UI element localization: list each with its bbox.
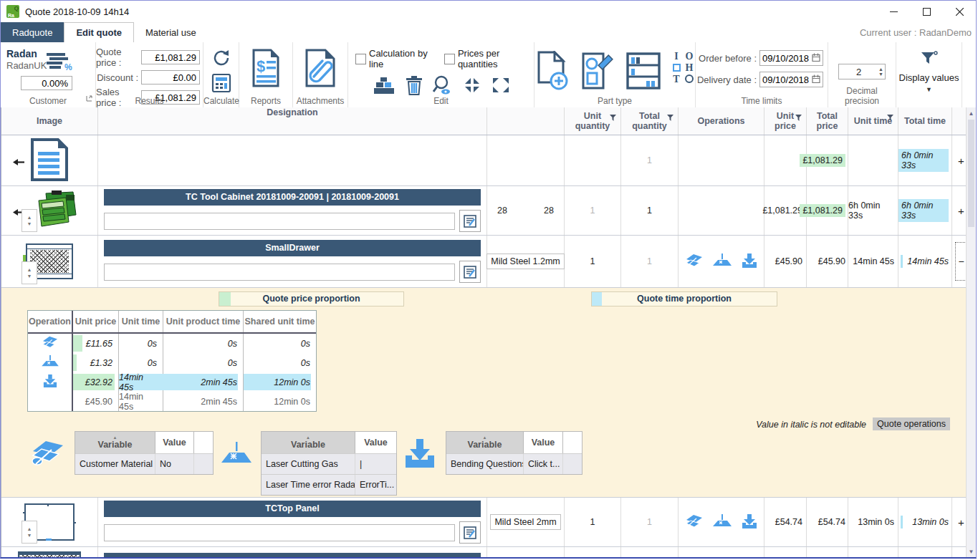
laser-cutting-icon[interactable] xyxy=(712,253,732,271)
bending-unload-icon xyxy=(404,438,436,471)
bending-unload-icon[interactable] xyxy=(741,513,758,531)
scroll-down-icon[interactable]: ▼ xyxy=(967,546,976,557)
group-attachments: Attachments xyxy=(293,42,348,107)
build-assembly-icon[interactable] xyxy=(373,76,395,97)
total-time-value: 6h 0min 33s xyxy=(898,199,949,222)
ops-row-laser[interactable]: £1.32 0s 0s 0s xyxy=(28,353,316,372)
table-row-tctop-panel[interactable]: ▲▼ TCTop Panel Mild Steel 2mm 1 1 £54.74 xyxy=(1,498,970,547)
spin-down-icon[interactable]: ▼ xyxy=(878,72,883,77)
display-values-button[interactable]: Display values ▼ xyxy=(896,42,962,107)
tab-radquote[interactable]: Radquote xyxy=(1,22,64,42)
customer-dialog-launcher-icon[interactable] xyxy=(86,92,92,105)
table-row-tctool-hang-panel[interactable]: TCTool Hang Panel xyxy=(1,547,970,557)
designation-comment-input[interactable] xyxy=(104,213,455,230)
variable-row[interactable]: Laser Cutting Gas | xyxy=(262,453,396,474)
reports-icon[interactable]: $ xyxy=(249,48,282,91)
filter-icon[interactable] xyxy=(887,114,894,124)
ops-row-bending[interactable]: £32.92 14min 45s 2min 45s 12min 0s xyxy=(28,372,316,392)
expand-row-button[interactable]: + xyxy=(958,516,964,528)
collapse-all-icon[interactable] xyxy=(463,77,481,97)
filter-icon[interactable] xyxy=(795,114,802,124)
material-icon[interactable] xyxy=(685,253,704,271)
tctool-hang-thumbnail xyxy=(18,551,81,557)
calculation-by-line-checkbox[interactable] xyxy=(355,54,366,64)
close-button[interactable] xyxy=(943,1,976,22)
material-icon[interactable] xyxy=(685,513,704,531)
filter-icon xyxy=(920,51,939,68)
edit-part-icon[interactable] xyxy=(579,51,616,94)
minimize-button[interactable] xyxy=(877,1,910,22)
delivery-date-input[interactable] xyxy=(762,74,810,85)
window-title: Quote 2018-10-09 14h14 xyxy=(25,6,129,17)
tab-material-use[interactable]: Material use xyxy=(134,22,208,42)
tab-edit-quote[interactable]: Edit quote xyxy=(64,22,134,42)
table-row-quote[interactable]: 1 £1,081.29 6h 0min 33s + xyxy=(1,135,970,186)
calendar-icon[interactable] xyxy=(812,73,820,86)
expand-row-button[interactable]: + xyxy=(958,155,964,167)
scroll-up-icon[interactable]: ▲ xyxy=(967,107,976,119)
customer-group-label: Customer xyxy=(1,96,95,106)
quote-price-input[interactable] xyxy=(141,50,200,64)
header-total-price[interactable]: Total price xyxy=(807,107,848,135)
note-edit-button[interactable] xyxy=(459,261,481,283)
header-unit-time[interactable]: Unit time xyxy=(848,107,898,135)
new-part-icon[interactable] xyxy=(534,51,570,94)
row-order-spinner[interactable]: ▲▼ xyxy=(21,209,37,232)
laser-cutting-icon[interactable] xyxy=(712,513,732,531)
variable-row[interactable]: Laser Time error Radan ErrorTi... xyxy=(262,474,396,495)
table-row-small-drawer[interactable]: ▲▼ SmallDrawer Mild Steel 1.2mm 1 1 £45.… xyxy=(1,236,970,288)
row-order-spinner[interactable]: ▲▼ xyxy=(21,261,37,284)
profiles-icon[interactable]: IO H T xyxy=(671,51,695,85)
cabinet-icon[interactable] xyxy=(625,51,662,94)
current-user-label: Current user : RadanDemo xyxy=(860,27,972,38)
app-icon: QRa xyxy=(6,5,19,18)
unit-price-value: £1,081.29 xyxy=(762,206,802,216)
calendar-icon[interactable] xyxy=(812,52,820,64)
spin-up-icon[interactable]: ▲ xyxy=(878,67,883,72)
header-unit-quantity[interactable]: Unit quantity xyxy=(565,107,621,135)
scrollbar-thumb[interactable] xyxy=(968,120,974,227)
designation-comment-input[interactable] xyxy=(104,524,455,541)
attachments-icon[interactable] xyxy=(302,48,338,91)
variable-row[interactable]: Bending Questions Click t... xyxy=(446,453,582,474)
expand-all-icon[interactable] xyxy=(492,77,510,97)
preview-zoom-icon[interactable] xyxy=(433,75,453,98)
prices-per-quantities-checkbox[interactable] xyxy=(444,54,455,64)
group-customer: Radan RadanUK % Customer xyxy=(1,42,96,107)
bending-unload-icon[interactable] xyxy=(741,253,758,271)
order-before-input[interactable] xyxy=(762,53,810,64)
filter-icon[interactable] xyxy=(610,114,617,124)
svg-text:$: $ xyxy=(257,57,265,75)
group-time-limits: Order before : Delivery date : Time limi… xyxy=(696,42,828,107)
note-edit-button[interactable] xyxy=(459,210,481,232)
material-value[interactable]: Mild Steel 1.2mm xyxy=(486,254,565,269)
header-image[interactable]: Image xyxy=(1,107,98,135)
material-value[interactable]: Mild Steel 2mm xyxy=(490,514,560,530)
unit-price-value: £54.74 xyxy=(775,517,802,527)
discount-bars-icon: % xyxy=(45,51,74,75)
expand-row-button[interactable]: + xyxy=(958,205,964,217)
variable-row[interactable]: Customer Material No xyxy=(75,453,213,474)
header-unit-price[interactable]: Unit price xyxy=(764,107,807,135)
calculator-icon[interactable] xyxy=(211,74,232,95)
maximize-button[interactable] xyxy=(910,1,943,22)
header-total-time[interactable]: Total time xyxy=(898,107,952,135)
delete-icon[interactable] xyxy=(406,76,423,98)
designation-comment-input[interactable] xyxy=(104,264,455,281)
header-operations[interactable]: Operations xyxy=(679,107,764,135)
ops-row-material[interactable]: £11.65 0s 0s 0s xyxy=(28,334,316,353)
decimal-precision-stepper[interactable]: 2 ▲▼ xyxy=(838,64,886,79)
filter-icon[interactable] xyxy=(667,114,674,124)
header-designation[interactable]: Designation xyxy=(98,107,487,135)
row-order-spinner[interactable]: ▲▼ xyxy=(21,521,37,544)
header-material[interactable] xyxy=(487,107,565,135)
vertical-scrollbar[interactable]: ▲ ▼ xyxy=(966,107,976,557)
group-results: Quote price : Discount : Sales price : R… xyxy=(96,42,203,107)
customer-discount-input[interactable] xyxy=(21,76,72,90)
header-total-quantity[interactable]: Total quantity xyxy=(621,107,679,135)
quote-time-proportion-bar: Quote time proportion xyxy=(591,291,777,306)
recalculate-icon[interactable] xyxy=(209,47,234,72)
table-row-cabinet[interactable]: ▲▼ TC Tool Cabinet 20181009-20091 | 2018… xyxy=(1,186,970,236)
discount-input[interactable] xyxy=(141,70,200,85)
note-edit-button[interactable] xyxy=(459,521,481,544)
